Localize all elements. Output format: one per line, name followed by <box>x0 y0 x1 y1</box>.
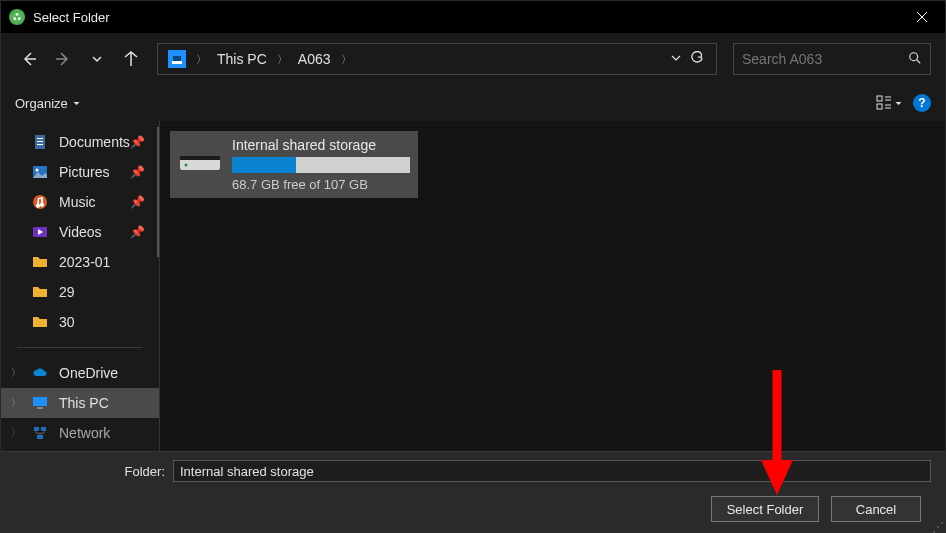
svg-point-0 <box>16 13 19 16</box>
sidebar-item-label: OneDrive <box>59 365 118 381</box>
sidebar-item-label: This PC <box>59 395 109 411</box>
drive-item[interactable]: Internal shared storage 68.7 GB free of … <box>170 131 418 198</box>
chevron-right-icon[interactable]: 〉 <box>277 52 288 67</box>
svg-rect-7 <box>877 104 882 109</box>
videos-icon <box>31 223 49 241</box>
pc-icon <box>31 394 49 412</box>
breadcrumb-a063[interactable]: A063 <box>292 51 337 67</box>
svg-rect-9 <box>37 138 43 139</box>
svg-rect-3 <box>172 61 182 64</box>
pictures-icon <box>31 163 49 181</box>
bottom-panel: Folder: Select Folder Cancel <box>1 451 945 532</box>
content-pane[interactable]: Internal shared storage 68.7 GB free of … <box>159 121 945 451</box>
network-icon <box>31 424 49 442</box>
sidebar-item-label: Music <box>59 194 96 210</box>
drive-name: Internal shared storage <box>232 137 410 153</box>
svg-rect-6 <box>877 96 882 101</box>
location-icon <box>168 50 186 68</box>
select-folder-button[interactable]: Select Folder <box>711 496 819 522</box>
refresh-button[interactable] <box>690 51 704 68</box>
nav-toolbar: 〉 This PC 〉 A063 〉 <box>1 33 945 85</box>
sidebar-item-folder[interactable]: 29 <box>1 277 159 307</box>
svg-rect-10 <box>37 141 43 142</box>
chevron-right-icon[interactable]: 〉 <box>341 52 352 67</box>
svg-rect-16 <box>33 397 47 406</box>
sidebar-item-network[interactable]: 〉 Network <box>1 418 159 448</box>
folder-icon <box>31 283 49 301</box>
breadcrumb-this-pc[interactable]: This PC <box>211 51 273 67</box>
resize-grip[interactable]: ⋰ <box>932 523 944 531</box>
cloud-icon <box>31 364 49 382</box>
search-icon[interactable] <box>908 51 922 68</box>
close-button[interactable] <box>899 1 945 33</box>
view-button[interactable] <box>876 95 903 111</box>
sidebar-item-label: Videos <box>59 224 102 240</box>
sidebar-item-folder[interactable]: 2023-01 <box>1 247 159 277</box>
drive-icon <box>178 137 222 181</box>
document-icon <box>31 133 49 151</box>
sidebar-item-music[interactable]: Music 📌 <box>1 187 159 217</box>
svg-rect-19 <box>41 427 46 431</box>
svg-rect-20 <box>37 435 43 439</box>
svg-rect-17 <box>37 407 43 409</box>
folder-icon <box>31 313 49 331</box>
search-box[interactable] <box>733 43 931 75</box>
up-button[interactable] <box>117 45 145 73</box>
sidebar-item-label: 29 <box>59 284 75 300</box>
sidebar-item-label: 30 <box>59 314 75 330</box>
folder-input[interactable] <box>173 460 931 482</box>
chevron-right-icon[interactable]: 〉 <box>11 426 21 440</box>
command-toolbar: Organize ? <box>1 85 945 121</box>
svg-point-23 <box>185 164 188 167</box>
sidebar-item-label: Network <box>59 425 110 441</box>
pin-icon: 📌 <box>130 135 145 149</box>
sidebar-item-documents[interactable]: Documents 📌 <box>1 127 159 157</box>
svg-rect-22 <box>180 156 220 160</box>
chevron-right-icon[interactable]: 〉 <box>11 396 21 410</box>
sidebar-item-videos[interactable]: Videos 📌 <box>1 217 159 247</box>
svg-point-1 <box>14 17 17 20</box>
recent-dropdown[interactable] <box>83 45 111 73</box>
separator <box>17 347 143 348</box>
folder-field-label: Folder: <box>15 464 165 479</box>
drive-free-text: 68.7 GB free of 107 GB <box>232 177 410 192</box>
titlebar: Select Folder <box>1 1 945 33</box>
address-dropdown-icon[interactable] <box>670 51 682 67</box>
select-folder-dialog: Select Folder 〉 This PC 〉 <box>0 0 946 533</box>
sidebar-item-pictures[interactable]: Pictures 📌 <box>1 157 159 187</box>
svg-point-2 <box>18 17 21 20</box>
sidebar-item-onedrive[interactable]: 〉 OneDrive <box>1 358 159 388</box>
pin-icon: 📌 <box>130 165 145 179</box>
music-icon <box>31 193 49 211</box>
svg-point-13 <box>36 169 39 172</box>
organize-label: Organize <box>15 96 68 111</box>
cancel-button[interactable]: Cancel <box>831 496 921 522</box>
svg-rect-11 <box>37 144 43 145</box>
sidebar-item-label: Pictures <box>59 164 110 180</box>
help-button[interactable]: ? <box>913 94 931 112</box>
navigation-pane[interactable]: Documents 📌 Pictures 📌 Music 📌 Videos 📌 <box>1 121 159 451</box>
organize-menu[interactable]: Organize <box>15 96 81 111</box>
sidebar-item-label: Documents <box>59 134 130 150</box>
drive-usage-bar <box>232 157 410 173</box>
sidebar-item-label: 2023-01 <box>59 254 110 270</box>
body: Documents 📌 Pictures 📌 Music 📌 Videos 📌 <box>1 121 945 451</box>
sidebar-item-this-pc[interactable]: 〉 This PC <box>1 388 159 418</box>
breadcrumb-bar[interactable]: 〉 This PC 〉 A063 〉 <box>157 43 717 75</box>
forward-button[interactable] <box>49 45 77 73</box>
svg-rect-18 <box>34 427 39 431</box>
sidebar-item-folder[interactable]: 30 <box>1 307 159 337</box>
svg-point-14 <box>33 195 47 209</box>
chevron-right-icon[interactable]: 〉 <box>11 366 21 380</box>
chevron-right-icon[interactable]: 〉 <box>196 52 207 67</box>
svg-rect-4 <box>173 56 181 61</box>
pin-icon: 📌 <box>130 195 145 209</box>
app-icon <box>9 9 25 25</box>
pin-icon: 📌 <box>130 225 145 239</box>
svg-point-5 <box>910 52 918 60</box>
search-input[interactable] <box>742 51 892 67</box>
folder-icon <box>31 253 49 271</box>
back-button[interactable] <box>15 45 43 73</box>
window-title: Select Folder <box>33 10 110 25</box>
